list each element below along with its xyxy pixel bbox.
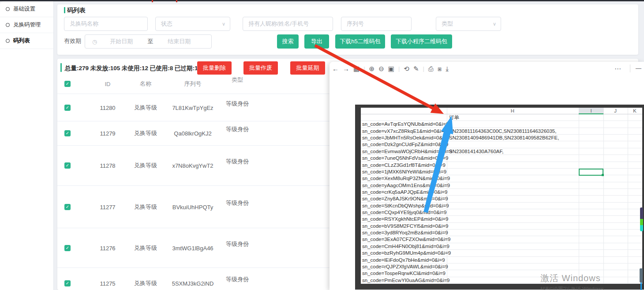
row-checkbox[interactable]: ✓	[64, 105, 71, 111]
cell-name: 兑换等级	[134, 129, 157, 137]
back-icon[interactable]: ←	[332, 64, 339, 74]
download-icon[interactable]: ⤓	[446, 64, 449, 74]
row-checkbox[interactable]: ✓	[64, 162, 71, 169]
sheet-row: sn_code=crKq5aAPJQpE&mid=0&i=9	[361, 189, 642, 196]
fill-handle[interactable]	[602, 174, 604, 176]
image-frame-top	[355, 105, 644, 108]
zoom-out-icon[interactable]: ⊖	[378, 64, 384, 74]
edit-icon[interactable]: ✎	[413, 64, 419, 74]
red-tick-mark	[176, 0, 177, 2]
cell-type: 等级身份	[226, 240, 249, 248]
search-button[interactable]: 搜索	[277, 34, 299, 49]
cell-id: 11279	[100, 130, 115, 137]
zoom-in-icon[interactable]: ⊕	[369, 64, 375, 74]
column-header-name: 名称	[140, 80, 151, 88]
cell-serial: 7L81KwTpYgEz	[172, 104, 213, 111]
activate-windows-subtext: 转到“设置”以激活 Windows。	[540, 286, 609, 290]
sheet-row: sn_code=rQJPZXfgVAWL&mid=0&i=9	[361, 264, 642, 270]
forward-icon[interactable]: →	[343, 64, 349, 74]
batch-delete-button[interactable]: 批量删除	[197, 61, 232, 75]
column-header-serial: 序列号	[184, 80, 202, 88]
date-range-picker[interactable]: ◷ 开始日期 至 结束日期	[85, 34, 212, 49]
column-letter-i: I	[590, 108, 592, 114]
divider[interactable]: |	[398, 64, 400, 74]
export-button[interactable]: 导出	[304, 34, 329, 49]
color-indicator-bar[interactable]	[640, 207, 643, 231]
activate-windows-watermark: 激活 Windows	[540, 272, 601, 284]
extract-icon[interactable]: ⧆	[438, 64, 442, 74]
sheet-row: sn_code=JbMHTn5RsOek&mid=0&i=9 SN2308140…	[361, 135, 642, 141]
cell-type: 等级身份	[226, 100, 249, 108]
indicator-segment-purple	[640, 207, 643, 219]
end-date-placeholder[interactable]: 结束日期	[159, 38, 199, 45]
code-name-input[interactable]: 兑换码名称	[64, 17, 148, 31]
sn-code-cell: sn_code=bV9S8M2FCYl5&mid=0&i=9	[362, 223, 448, 229]
sheet-row: sn_code=AvTqrEsYQNUb&mid=0&i=9	[361, 121, 642, 128]
fit-page-icon[interactable]: ▣	[388, 64, 394, 74]
download-miniprogram-qrcode-button[interactable]: 下载小程序二维码包	[391, 34, 452, 49]
cell-id: 11280	[100, 104, 115, 111]
holder-input[interactable]: 持有人昵称/姓名/手机号	[243, 17, 333, 31]
cell-id: 11277	[100, 203, 115, 210]
type-select[interactable]: 类型 ∨	[436, 17, 501, 31]
more-options-icon[interactable]: ⋯	[614, 65, 621, 73]
top-edge-strip	[0, 0, 644, 1]
scrollbar-thumb[interactable]	[640, 268, 643, 282]
print-icon[interactable]: ⎙	[428, 64, 434, 74]
sidebar-item-code-management[interactable]: 兑换码管理	[0, 17, 53, 33]
sn-code-cell: sn_code=EvmwaWOjCRbH&mid=0&i=9	[362, 149, 452, 154]
status-placeholder: 状态	[161, 20, 172, 28]
divider[interactable]: |	[363, 64, 365, 74]
sn-code-cell: sn_code=XexM8uRqP3ZN&mid=0&i=9	[362, 176, 450, 181]
rotate-icon[interactable]: ⟲	[404, 64, 409, 74]
type-placeholder: 类型	[442, 20, 453, 28]
sheet-row: sn_code=vX7xcZ8RkqE1&mid=0&i=9 SN2308111…	[361, 128, 642, 135]
range-separator: 至	[147, 38, 153, 45]
toolbar-divider	[630, 64, 630, 72]
status-select[interactable]: 状态 ∨	[155, 17, 230, 31]
start-date-placeholder[interactable]: 开始日期	[101, 38, 141, 45]
serial-input[interactable]: 序列号	[341, 17, 412, 31]
row-checkbox[interactable]: ✓	[64, 130, 71, 136]
cell-name: 兑换等级	[134, 244, 157, 252]
excel-sheet[interactable]: H I J K 订单 sn_code=AvTqrEsYQNUb&mid=0&i=…	[361, 108, 642, 284]
column-letter-h: H	[511, 108, 514, 114]
code-name-placeholder: 兑换码名称	[70, 20, 98, 28]
sheet-row: sn_code=CLzZ3Gd1rf8T&mid=0&i=9	[361, 162, 642, 169]
chevron-down-icon: ∨	[222, 21, 225, 27]
holder-placeholder: 持有人昵称/姓名/手机号	[248, 20, 309, 28]
column-header-type: 类型	[232, 76, 243, 84]
cell-id: 11276	[100, 245, 115, 251]
sheet-row: sn_code=EvmwaWOjCRbH&mid=0&i=9 SN2308141…	[361, 148, 642, 155]
red-tick-mark	[152, 0, 153, 2]
circle-icon	[6, 7, 10, 11]
thumbnail-grid-icon[interactable]: ▦	[353, 64, 359, 74]
sheet-row: sn_code=Zny8AJSKr9ON&mid=0&i=9	[361, 196, 642, 202]
sn-code-cell: sn_code=lEiFdoQx7bHe&mid=0&i=9	[362, 257, 445, 263]
download-h5-qrcode-button[interactable]: 下载h5二维码包	[335, 34, 385, 49]
sidebar-item-basic-settings[interactable]: 基础设置	[0, 1, 53, 17]
cell-type: 等级身份	[226, 158, 249, 166]
minimize-icon[interactable]: —	[636, 65, 641, 72]
sn-code-cell: sn_code=3ExA07CFZXOw&mid=0&i=9	[362, 237, 450, 242]
sheet-rows: 订单 sn_code=AvTqrEsYQNUb&mid=0&i=9 sn_cod…	[361, 114, 642, 284]
batch-extend-button[interactable]: 批量延期	[290, 61, 325, 75]
selected-cell[interactable]	[579, 169, 603, 176]
sn-code-cell: sn_code=crKq5aAPJQpE&mid=0&i=9	[362, 189, 447, 195]
select-all-checkbox[interactable]: ✓	[64, 81, 71, 87]
serial-placeholder: 序列号	[347, 20, 364, 28]
row-checkbox[interactable]: ✓	[64, 280, 71, 286]
sheet-row: sn_code=StKcnDbQWshp&mid=0&i=9	[361, 203, 642, 209]
sn-code-cell: sn_code=1jMXK6NlYeWI&mid=0&i=9	[362, 169, 446, 175]
batch-void-button[interactable]: 批量作废	[243, 61, 278, 75]
divider[interactable]: |	[423, 64, 424, 74]
sheet-row: sn_code=XexM8uRqP3ZN&mid=0&i=9	[361, 175, 642, 182]
sidebar-item-label: 兑换码管理	[13, 21, 41, 29]
row-checkbox[interactable]: ✓	[64, 245, 71, 251]
indicator-segment-green	[640, 219, 643, 225]
cell-id: 11278	[100, 162, 115, 169]
cell-serial: x7N8oKvgYwT2	[172, 162, 213, 169]
sidebar-item-code-list[interactable]: 码列表	[0, 33, 53, 49]
sn-code-cell: sn_code=TospeRqrwKCl&mid=0&i=9	[362, 271, 446, 276]
row-checkbox[interactable]: ✓	[64, 204, 71, 210]
